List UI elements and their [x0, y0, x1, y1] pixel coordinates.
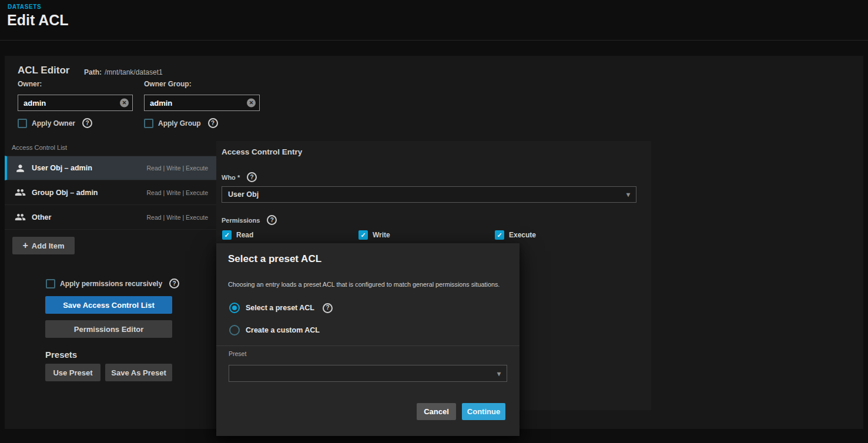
apply-owner-checkbox[interactable] — [18, 119, 27, 128]
ace-title: Access Control Entry — [222, 147, 302, 156]
recursive-row: Apply permissions recursively ? — [46, 278, 179, 288]
radio-selected-icon[interactable] — [229, 303, 240, 313]
dialog-description: Choosing an entry loads a preset ACL tha… — [228, 281, 500, 288]
preset-option-help-icon[interactable]: ? — [323, 303, 333, 313]
apply-group-row: Apply Group ? — [144, 118, 218, 128]
path-value: /mnt/tank/dataset1 — [105, 68, 163, 76]
apply-owner-label[interactable]: Apply Owner — [32, 119, 75, 127]
acl-item-label: Other — [32, 213, 51, 222]
read-permission: ✓ Read — [222, 230, 253, 240]
execute-permission: ✓ Execute — [495, 230, 536, 240]
read-label[interactable]: Read — [236, 231, 253, 239]
group-icon — [14, 187, 26, 199]
presets-title: Presets — [45, 350, 77, 360]
option-create-custom-label[interactable]: Create a custom ACL — [246, 326, 320, 334]
owner-group-field: ✕ — [144, 95, 260, 111]
clear-owner-group-icon[interactable]: ✕ — [247, 99, 256, 108]
preset-field-label: Preset — [229, 350, 246, 357]
permissions-label-row: Permissions ? — [222, 215, 277, 225]
permissions-label: Permissions — [222, 217, 260, 224]
select-preset-acl-dialog: Select a preset ACL Choosing an entry lo… — [216, 243, 520, 436]
owner-group-label: Owner Group: — [144, 80, 192, 88]
apply-owner-row: Apply Owner ? — [18, 118, 92, 128]
owner-label: Owner: — [18, 80, 42, 88]
write-permission: ✓ Write — [358, 230, 390, 240]
apply-owner-help-icon[interactable]: ? — [82, 118, 92, 128]
recursive-label[interactable]: Apply permissions recursively — [60, 280, 162, 288]
save-acl-button[interactable]: Save Access Control List — [45, 296, 172, 314]
apply-group-label[interactable]: Apply Group — [158, 119, 201, 127]
acl-item-permissions: Read | Write | Execute — [147, 214, 208, 221]
owner-field: ✕ — [18, 95, 133, 111]
add-item-button[interactable]: + Add Item — [12, 237, 75, 254]
breadcrumb-datasets[interactable]: DATASETS — [8, 4, 41, 10]
clear-owner-icon[interactable]: ✕ — [120, 99, 129, 108]
option-create-custom[interactable]: Create a custom ACL — [229, 325, 320, 335]
add-item-label: Add Item — [32, 241, 65, 250]
acl-item-user-obj[interactable]: User Obj – admin Read | Write | Execute — [5, 156, 216, 180]
who-select-value: User Obj — [228, 190, 259, 199]
recursive-help-icon[interactable]: ? — [169, 278, 179, 288]
write-checkbox[interactable]: ✓ — [358, 230, 368, 240]
read-checkbox[interactable]: ✓ — [222, 230, 232, 240]
acl-editor-title: ACL Editor — [18, 65, 69, 76]
dialog-title: Select a preset ACL — [228, 253, 321, 265]
apply-group-checkbox[interactable] — [144, 119, 153, 128]
apply-group-help-icon[interactable]: ? — [208, 118, 218, 128]
who-select[interactable]: User Obj ▾ — [222, 186, 636, 203]
acl-item-label: User Obj – admin — [32, 164, 92, 172]
radio-unselected-icon[interactable] — [229, 325, 240, 335]
owner-input[interactable] — [18, 95, 133, 111]
permissions-editor-button[interactable]: Permissions Editor — [45, 320, 172, 338]
acl-list-title: Access Control List — [12, 144, 67, 151]
option-select-preset[interactable]: Select a preset ACL ? — [229, 303, 333, 313]
dialog-divider — [216, 345, 520, 346]
header-divider — [0, 40, 868, 41]
group-icon — [14, 212, 26, 223]
option-select-preset-label[interactable]: Select a preset ACL — [246, 304, 314, 312]
acl-item-permissions: Read | Write | Execute — [147, 165, 208, 172]
user-icon — [14, 162, 26, 174]
permissions-help-icon[interactable]: ? — [267, 215, 277, 225]
execute-label[interactable]: Execute — [509, 231, 536, 239]
page-title: Edit ACL — [7, 12, 69, 29]
chevron-down-icon: ▾ — [497, 370, 501, 377]
use-preset-button[interactable]: Use Preset — [45, 364, 100, 381]
preset-select[interactable]: ▾ — [229, 365, 507, 382]
acl-item-other[interactable]: Other Read | Write | Execute — [5, 205, 216, 230]
who-label-row: Who * ? — [222, 172, 257, 182]
recursive-checkbox[interactable] — [46, 279, 55, 288]
acl-item-label: Group Obj – admin — [32, 189, 98, 197]
acl-item-group-obj[interactable]: Group Obj – admin Read | Write | Execute — [5, 180, 216, 205]
edit-acl-screen: DATASETS Edit ACL ACL Editor Path:/mnt/t… — [0, 0, 868, 443]
plus-icon: + — [23, 241, 28, 250]
write-label[interactable]: Write — [373, 231, 390, 239]
save-as-preset-button[interactable]: Save As Preset — [105, 364, 172, 381]
acl-item-permissions: Read | Write | Execute — [147, 189, 208, 196]
cancel-button[interactable]: Cancel — [417, 403, 456, 420]
who-help-icon[interactable]: ? — [247, 172, 257, 182]
chevron-down-icon: ▾ — [626, 191, 630, 198]
continue-button[interactable]: Continue — [462, 403, 505, 420]
dataset-path: Path:/mnt/tank/dataset1 — [84, 68, 163, 76]
execute-checkbox[interactable]: ✓ — [495, 230, 504, 240]
who-label: Who * — [222, 174, 240, 181]
owner-group-input[interactable] — [144, 95, 260, 111]
path-label: Path: — [84, 68, 102, 76]
